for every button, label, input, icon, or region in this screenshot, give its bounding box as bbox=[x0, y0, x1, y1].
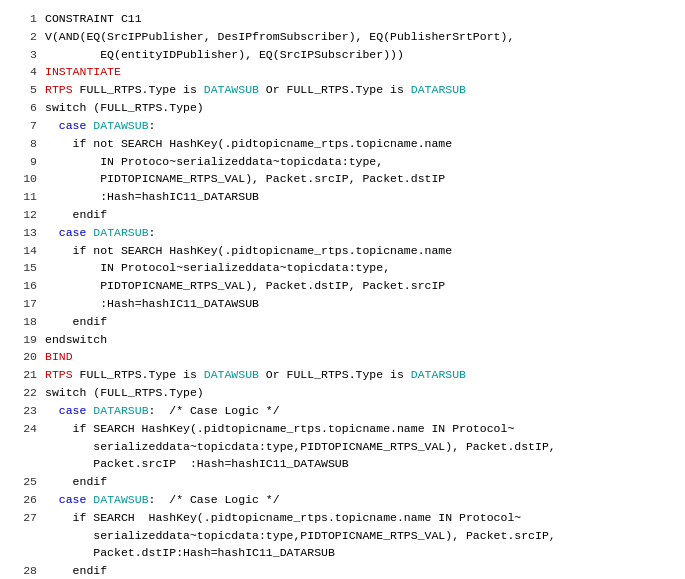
code-line: 11 :Hash=hashIC11_DATARSUB bbox=[15, 188, 670, 206]
code-segment: (FULL_RTPS.Type) bbox=[86, 386, 203, 399]
line-number: 3 bbox=[15, 46, 37, 64]
code-segment bbox=[45, 226, 59, 239]
code-segment: IN Protocol~serializeddata~topicdata:typ… bbox=[45, 261, 390, 274]
code-line: 5RTPS FULL_RTPS.Type is DATAWSUB Or FULL… bbox=[15, 81, 670, 99]
line-number: 16 bbox=[15, 277, 37, 295]
code-segment: DATARSUB bbox=[411, 83, 466, 96]
line-number: 22 bbox=[15, 384, 37, 402]
line-content: if SEARCH HashKey(.pidtopicname_rtps.top… bbox=[45, 420, 670, 473]
code-segment: case bbox=[59, 404, 87, 417]
code-segment: INSTANTIATE bbox=[45, 65, 121, 78]
code-line: 16 PIDTOPICNAME_RTPS_VAL), Packet.dstIP,… bbox=[15, 277, 670, 295]
line-number: 9 bbox=[15, 153, 37, 171]
code-segment: : /* Case Logic */ bbox=[149, 493, 280, 506]
code-block: 1CONSTRAINT C112V(AND(EQ(SrcIPPublisher,… bbox=[15, 10, 670, 579]
line-content: if SEARCH HashKey(.pidtopicname_rtps.top… bbox=[45, 509, 670, 562]
code-segment: CONSTRAINT C11 bbox=[45, 12, 142, 25]
code-segment: DATAWSUB bbox=[93, 119, 148, 132]
line-number: 19 bbox=[15, 331, 37, 349]
code-segment: case bbox=[59, 226, 87, 239]
code-line: 2V(AND(EQ(SrcIPPublisher, DesIPfromSubsc… bbox=[15, 28, 670, 46]
code-container: 1CONSTRAINT C112V(AND(EQ(SrcIPPublisher,… bbox=[15, 10, 670, 579]
line-number: 6 bbox=[15, 99, 37, 117]
code-segment: endif bbox=[45, 564, 107, 577]
line-content: case DATARSUB: bbox=[45, 224, 670, 242]
code-segment: endswitch bbox=[45, 333, 107, 346]
code-segment: Or FULL_RTPS.Type is bbox=[259, 368, 411, 381]
code-segment: FULL_RTPS.Type is bbox=[73, 368, 204, 381]
code-segment bbox=[45, 493, 59, 506]
code-line: 13 case DATARSUB: bbox=[15, 224, 670, 242]
line-number: 18 bbox=[15, 313, 37, 331]
line-number: 14 bbox=[15, 242, 37, 260]
line-content: if not SEARCH HashKey(.pidtopicname_rtps… bbox=[45, 242, 670, 260]
line-content: endif bbox=[45, 206, 670, 224]
code-segment: DATARSUB bbox=[93, 226, 148, 239]
code-segment: : bbox=[149, 119, 156, 132]
code-segment: endif bbox=[45, 475, 107, 488]
line-number: 5 bbox=[15, 81, 37, 99]
code-segment: V(AND(EQ(SrcIPPublisher, DesIPfromSubscr… bbox=[45, 30, 514, 43]
code-segment: RTPS bbox=[45, 368, 73, 381]
line-content: PIDTOPICNAME_RTPS_VAL), Packet.dstIP, Pa… bbox=[45, 277, 670, 295]
code-segment: RTPS bbox=[45, 83, 73, 96]
code-segment: if not SEARCH HashKey(.pidtopicname_rtps… bbox=[45, 137, 452, 150]
code-line: 3 EQ(entityIDPublisher), EQ(SrcIPSubscri… bbox=[15, 46, 670, 64]
line-content: endswitch bbox=[45, 331, 670, 349]
line-number: 25 bbox=[15, 473, 37, 491]
line-number: 13 bbox=[15, 224, 37, 242]
code-line: 10 PIDTOPICNAME_RTPS_VAL), Packet.srcIP,… bbox=[15, 170, 670, 188]
code-line: 25 endif bbox=[15, 473, 670, 491]
code-segment: (FULL_RTPS.Type) bbox=[86, 101, 203, 114]
code-line: 4INSTANTIATE bbox=[15, 63, 670, 81]
code-line: 9 IN Protoco~serializeddata~topicdata:ty… bbox=[15, 153, 670, 171]
code-segment: DATAWSUB bbox=[204, 368, 259, 381]
line-content: endif bbox=[45, 473, 670, 491]
code-line: 27 if SEARCH HashKey(.pidtopicname_rtps.… bbox=[15, 509, 670, 562]
line-content: case DATAWSUB: bbox=[45, 117, 670, 135]
line-content: :Hash=hashIC11_DATARSUB bbox=[45, 188, 670, 206]
code-segment: DATARSUB bbox=[411, 368, 466, 381]
code-segment: DATAWSUB bbox=[93, 493, 148, 506]
code-line: 1CONSTRAINT C11 bbox=[15, 10, 670, 28]
code-segment bbox=[45, 404, 59, 417]
code-segment: if SEARCH HashKey(.pidtopicname_rtps.top… bbox=[45, 422, 556, 471]
line-content: RTPS FULL_RTPS.Type is DATAWSUB Or FULL_… bbox=[45, 366, 670, 384]
line-number: 12 bbox=[15, 206, 37, 224]
line-content: endif bbox=[45, 313, 670, 331]
line-content: IN Protocol~serializeddata~topicdata:typ… bbox=[45, 259, 670, 277]
code-line: 26 case DATAWSUB: /* Case Logic */ bbox=[15, 491, 670, 509]
code-line: 6switch (FULL_RTPS.Type) bbox=[15, 99, 670, 117]
line-number: 8 bbox=[15, 135, 37, 153]
line-number: 7 bbox=[15, 117, 37, 135]
code-segment: :Hash=hashIC11_DATARSUB bbox=[45, 190, 259, 203]
code-segment: :Hash=hashIC11_DATAWSUB bbox=[45, 297, 259, 310]
code-segment: case bbox=[59, 493, 87, 506]
line-number: 4 bbox=[15, 63, 37, 81]
line-number: 28 bbox=[15, 562, 37, 579]
line-content: IN Protoco~serializeddata~topicdata:type… bbox=[45, 153, 670, 171]
line-number: 11 bbox=[15, 188, 37, 206]
code-segment: BIND bbox=[45, 350, 73, 363]
code-line: 24 if SEARCH HashKey(.pidtopicname_rtps.… bbox=[15, 420, 670, 473]
code-line: 15 IN Protocol~serializeddata~topicdata:… bbox=[15, 259, 670, 277]
code-segment: DATARSUB bbox=[93, 404, 148, 417]
line-number: 17 bbox=[15, 295, 37, 313]
code-line: 19endswitch bbox=[15, 331, 670, 349]
code-line: 28 endif bbox=[15, 562, 670, 579]
code-line: 12 endif bbox=[15, 206, 670, 224]
code-line: 23 case DATARSUB: /* Case Logic */ bbox=[15, 402, 670, 420]
line-content: endif bbox=[45, 562, 670, 579]
line-content: BIND bbox=[45, 348, 670, 366]
code-segment: FULL_RTPS.Type is bbox=[73, 83, 204, 96]
code-segment: : bbox=[149, 226, 156, 239]
line-number: 27 bbox=[15, 509, 37, 527]
code-segment: DATAWSUB bbox=[204, 83, 259, 96]
line-content: case DATARSUB: /* Case Logic */ bbox=[45, 402, 670, 420]
code-segment: PIDTOPICNAME_RTPS_VAL), Packet.dstIP, Pa… bbox=[45, 279, 445, 292]
line-number: 21 bbox=[15, 366, 37, 384]
line-content: :Hash=hashIC11_DATAWSUB bbox=[45, 295, 670, 313]
code-segment: EQ(entityIDPublisher), EQ(SrcIPSubscribe… bbox=[45, 48, 404, 61]
code-line: 18 endif bbox=[15, 313, 670, 331]
line-content: switch (FULL_RTPS.Type) bbox=[45, 384, 670, 402]
